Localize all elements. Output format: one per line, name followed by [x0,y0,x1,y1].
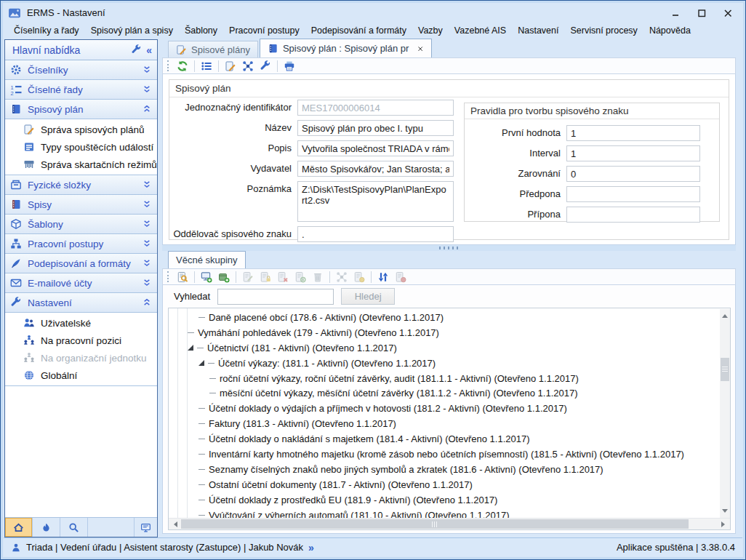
stop-document-button[interactable] [393,270,409,284]
sidebar-item-globalni[interactable]: Globální [5,367,157,384]
expanded-arrow-icon[interactable] [188,345,193,351]
poznamka-input[interactable] [297,181,454,222]
tree-horizontal-scrollbar[interactable] [169,518,730,529]
sidebar-item-ciselne-rady[interactable]: 12Číselné řady [5,80,157,100]
sidebar-item-sprava-spisovych-planu[interactable]: Správa spisových plánů [5,121,157,138]
add-item-button[interactable] [216,270,232,284]
chevron-double-down-icon[interactable] [142,258,152,268]
tab-vecne-skupiny[interactable]: Věcné skupiny [168,251,246,268]
chevron-double-down-icon[interactable] [142,239,152,249]
relations2-button[interactable] [334,270,350,284]
nazev-input[interactable] [297,120,454,136]
tab-spisove-plany[interactable]: Spisové plány [168,41,258,57]
tree-node-8[interactable]: Faktury (181.3 - Aktivní) (Otevřeno 1.1.… [188,416,719,431]
zarovnani-input[interactable] [566,166,700,182]
minimize-button[interactable] [665,5,686,21]
jednoznacny-identifikator-input[interactable] [297,100,454,116]
relations-button[interactable] [240,59,256,73]
chevron-double-up-icon[interactable] [142,104,152,114]
menu-napoveda[interactable]: Nápověda [643,23,697,38]
oddelovac-spisoveho-znaku-input[interactable] [297,226,454,242]
settings-wrench-button[interactable] [257,59,273,73]
menu-sablony[interactable]: Šablony [179,23,223,38]
close-tab-icon[interactable] [417,45,424,52]
sidebar-item-podepisovani-a-formaty[interactable]: Podepisování a formáty [5,254,157,273]
menu-ciselniky-a-rady[interactable]: Číselníky a řady [8,23,85,38]
home-button[interactable] [5,518,33,537]
sidebar-item-pracovni-postupy[interactable]: Pracovní postupy [5,234,157,254]
menu-vazebne-ais[interactable]: Vazebné AIS [449,23,512,38]
chevron-double-down-icon[interactable] [142,180,152,190]
search-button[interactable] [60,518,88,537]
grid-list-button[interactable] [198,59,214,73]
tree-node-4[interactable]: Účetní výkazy: (181.1 - Aktivní) (Otevře… [188,356,719,371]
tree-node-9[interactable]: Účetní doklady o nakládání s majetkem (1… [188,431,719,447]
collapse-sidebar-button[interactable]: « [146,44,152,56]
scroll-right-button[interactable] [719,519,730,529]
menu-spisovy-plan-a-spisy[interactable]: Spisový plán a spisy [85,23,179,38]
menu-nastaveni[interactable]: Nastavení [512,23,564,38]
monitor-chat-button[interactable] [134,518,157,537]
menu-vazby[interactable]: Vazby [412,23,449,38]
edit-document-button[interactable] [222,59,238,73]
tree-node-14[interactable]: Vyúčtování z výherních automatů (181.10 … [188,508,719,518]
tree-vertical-scrollbar[interactable] [720,309,730,518]
predpona-input[interactable] [566,186,700,202]
accept-document-button[interactable] [351,270,367,284]
expanded-arrow-icon[interactable] [198,360,204,366]
tree-node-5[interactable]: roční účetní výkazy, roční účetní závěrk… [188,371,719,386]
horizontal-scroll-thumb[interactable] [181,519,689,529]
prvni-hodnota-input[interactable] [566,125,700,141]
sidebar-item-typy-spoustecich-udalosti[interactable]: Typy spouštěcích událostí [5,138,157,156]
menu-pracovni-postupy[interactable]: Pracovní postupy [223,23,305,38]
delete-document-button[interactable] [275,270,291,284]
preview-document-button[interactable] [175,270,190,284]
scroll-down-button[interactable] [720,507,730,518]
sidebar-item-na-pracovni-pozici[interactable]: Na pracovní pozici [5,332,157,349]
sidebar-item-na-organizacni-jednotku[interactable]: Na organizační jednotku [5,349,157,367]
sidebar-item-sablony[interactable]: Šablony [5,215,157,234]
wrench-icon[interactable] [131,44,142,55]
scroll-left-button[interactable] [169,519,180,529]
chevron-double-up-icon[interactable] [142,297,152,308]
trash-button[interactable] [310,270,326,284]
menu-podepisovani-a-formaty[interactable]: Podepisování a formáty [305,23,412,38]
sidebar-item-spisy[interactable]: Spisy [5,195,157,215]
tree-node-2[interactable]: Vymáhání pohledávek (179 - Aktivní) (Ote… [188,325,719,340]
tree-node-3[interactable]: Účetnictví (181 - Aktivní) (Otevřeno 1.1… [188,340,719,356]
sidebar-item-fyzicke-slozky[interactable]: Fyzické složky [5,175,157,195]
popis-input[interactable] [297,140,454,156]
lock-document-button[interactable] [257,270,273,284]
import-item-button[interactable] [198,270,214,284]
edit-document2-button[interactable] [240,270,256,284]
scroll-up-button[interactable] [720,309,730,320]
tree-node-12[interactable]: Ostatní účetní dokumenty (181.7 - Aktivn… [188,477,719,492]
horizontal-splitter[interactable] [162,245,736,251]
toolbar-drag-handle[interactable] [167,60,169,71]
interval-input[interactable] [566,145,700,161]
sidebar-item-ciselniky[interactable]: Číselníky [5,60,157,80]
tree-node-6[interactable]: měsíční účetní výkazy, měsíční účetní zá… [188,385,719,401]
flame-button[interactable] [33,518,60,537]
chevron-double-down-icon[interactable] [142,278,152,288]
refresh-button[interactable] [175,59,190,73]
print-button[interactable] [281,59,297,73]
toolbar-drag-handle[interactable] [167,271,169,282]
sidebar-item-nastaveni[interactable]: Nastavení [5,293,157,313]
sidebar-item-e-mailove-ucty[interactable]: E-mailové účty [5,273,157,293]
sidebar-item-sprava-skartacnich-rezimu[interactable]: Správa skartačních režimů [5,156,157,173]
menu-servisni-procesy[interactable]: Servisní procesy [564,23,643,38]
tree-node-7[interactable]: Účetní doklady o výdajích a příjmech v h… [188,401,719,416]
chevron-double-down-icon[interactable] [142,219,152,229]
cancel-document-button[interactable] [292,270,308,284]
tree-node-1[interactable]: Daně placené obcí (178.6 - Aktivní) (Ote… [188,310,719,325]
chevron-double-down-icon[interactable] [142,65,152,75]
vertical-scroll-thumb[interactable] [721,358,729,381]
search-button[interactable]: Hledej [341,288,395,305]
chevron-double-down-icon[interactable] [142,84,152,95]
tab-spisovy-plan-spisovy-plan-pr[interactable]: Spisový plán : Spisový plán pr [260,39,432,57]
move-up-down-button[interactable] [375,270,391,284]
context-expand-chevron[interactable]: » [308,542,314,553]
sidebar-item-uzivatelske[interactable]: Uživatelské [5,314,157,332]
close-button[interactable] [718,5,738,21]
